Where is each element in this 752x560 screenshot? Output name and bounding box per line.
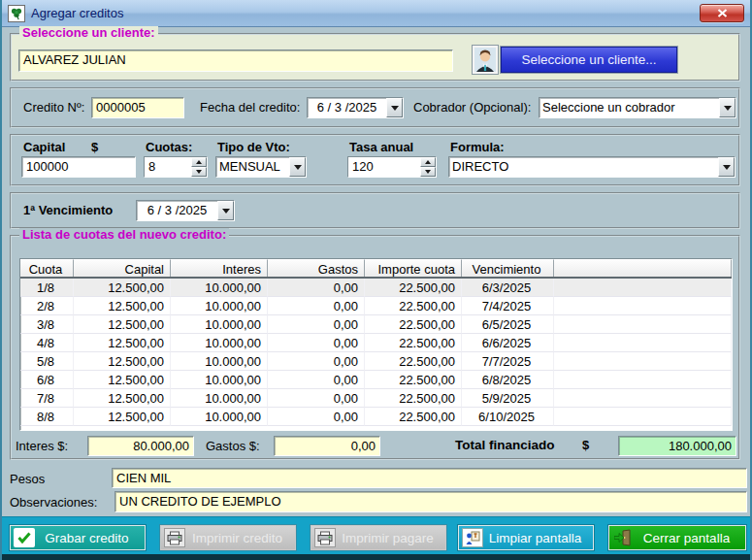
capital-currency-symbol: $ [91, 140, 98, 154]
cell-gastos: 0,00 [268, 315, 365, 334]
clear-screen-label: Limpiar pantalla [483, 531, 593, 545]
tasa-spin-down-button[interactable] [420, 167, 436, 177]
door-exit-icon [612, 528, 634, 547]
cuotas-table: Cuota Capital Interes Gastos Importe cuo… [19, 258, 733, 431]
cell-interes: 10.000,00 [171, 352, 268, 371]
save-credit-label: Grabar credito [35, 531, 145, 545]
cell-cuota: 4/8 [20, 334, 74, 352]
cell-capital: 12.500,00 [74, 408, 171, 426]
fecha-dropdown-button[interactable] [386, 98, 403, 117]
save-credit-button[interactable]: Grabar credito [10, 525, 146, 550]
select-client-button[interactable]: Seleccione un cliente... [501, 47, 677, 73]
spinner-down-icon [196, 170, 202, 174]
close-screen-button[interactable]: Cerrar pantalla [608, 525, 746, 550]
person-avatar-icon [473, 46, 498, 74]
cell-vencimiento: 5/9/2025 [462, 389, 554, 408]
fecha-credito-label: Fecha del credito: [200, 100, 300, 115]
tasa-spin-up-button[interactable] [420, 157, 436, 167]
cell-vencimiento: 6/8/2025 [462, 371, 554, 389]
cuotas-spinner[interactable]: 8 [144, 156, 208, 178]
client-name-field[interactable]: ALVAREZ JULIAN [18, 49, 453, 72]
table-row[interactable]: 8/8 12.500,00 10.000,00 0,00 22.500,00 6… [20, 408, 732, 426]
observaciones-label: Observaciones: [10, 495, 97, 510]
close-screen-label: Cerrar pantalla [634, 531, 745, 545]
primer-vencimiento-combobox[interactable]: 6 / 3 /2025 [136, 200, 235, 221]
cell-importe: 22.500,00 [365, 334, 462, 352]
footer-toolbar: Grabar credito Imprimir credito [2, 516, 750, 554]
clear-screen-button[interactable]: Limpiar pantalla [458, 525, 594, 550]
credit-groupbox: Credito Nº: 0000005 Fecha del credito: 6… [10, 87, 740, 128]
spinner-up-icon [196, 160, 202, 164]
vencimiento-dropdown-button[interactable] [217, 201, 234, 220]
cuotas-groupbox: Lista de cuotas del nuevo credito: Cuota… [10, 235, 740, 460]
header-cell-capital[interactable]: Capital [74, 259, 171, 277]
cobrador-combobox[interactable]: Seleccione un cobrador [539, 97, 736, 118]
cell-capital: 12.500,00 [74, 297, 171, 315]
formula-value: DIRECTO [449, 157, 718, 177]
header-cell-cuota[interactable]: Cuota [20, 259, 74, 277]
cuotas-value: 8 [145, 157, 191, 177]
close-button[interactable] [700, 4, 744, 22]
select-client-button-label: Seleccione un cliente... [522, 52, 657, 67]
gastos-total-field[interactable]: 0,00 [274, 436, 380, 456]
printer-icon [164, 528, 185, 547]
cell-cuota: 1/8 [20, 279, 74, 297]
window-bottom-frame [2, 554, 750, 560]
pesos-field[interactable]: CIEN MIL [112, 468, 747, 488]
header-cell-gastos[interactable]: Gastos [268, 259, 365, 277]
header-cell-importe[interactable]: Importe cuota [365, 259, 462, 277]
formula-combobox[interactable]: DIRECTO [448, 156, 736, 178]
tasa-anual-value: 120 [348, 157, 420, 177]
capital-field[interactable]: 100000 [21, 156, 136, 178]
cobrador-dropdown-button[interactable] [719, 98, 736, 117]
terms-groupbox: Capital $ 100000 Cuotas: 8 Tipo de Vto: … [10, 134, 740, 186]
formula-dropdown-button[interactable] [718, 157, 735, 177]
table-row[interactable]: 6/8 12.500,00 10.000,00 0,00 22.500,00 6… [20, 371, 732, 389]
cell-interes: 10.000,00 [171, 371, 268, 389]
table-row[interactable]: 4/8 12.500,00 10.000,00 0,00 22.500,00 6… [20, 334, 732, 352]
printer-icon [314, 528, 336, 547]
total-financiado-symbol: $ [582, 438, 589, 452]
observaciones-field[interactable]: UN CREDITO DE EJEMPLO [114, 491, 747, 512]
tipo-vto-label: Tipo de Vto: [217, 140, 290, 154]
cell-importe: 22.500,00 [365, 315, 462, 334]
check-icon [14, 528, 35, 547]
cell-gastos: 0,00 [268, 352, 365, 371]
tasa-anual-spinner[interactable]: 120 [347, 156, 437, 178]
clear-screen-icon [462, 528, 483, 547]
gastos-total-label: Gastos $: [206, 439, 260, 453]
chevron-down-icon [724, 106, 732, 111]
tipo-vto-dropdown-button[interactable] [289, 157, 306, 177]
close-icon [717, 9, 728, 17]
cell-interes: 10.000,00 [171, 334, 268, 352]
credito-numero-field[interactable]: 0000005 [91, 97, 184, 118]
table-row[interactable]: 3/8 12.500,00 10.000,00 0,00 22.500,00 6… [20, 315, 732, 334]
table-row[interactable]: 1/8 12.500,00 10.000,00 0,00 22.500,00 6… [20, 279, 732, 297]
table-row[interactable]: 5/8 12.500,00 10.000,00 0,00 22.500,00 7… [20, 352, 732, 371]
pesos-label: Pesos [10, 472, 45, 486]
spinner-down-icon [425, 170, 431, 174]
client-groupbox: Seleccione un cliente: ALVAREZ JULIAN Se… [10, 33, 740, 82]
cell-cuota: 5/8 [20, 352, 74, 371]
header-cell-vencimiento[interactable]: Vencimiento [462, 259, 554, 277]
cuotas-spin-up-button[interactable] [191, 157, 207, 167]
agregar-creditos-window: Agregar creditos Seleccione un cliente: … [0, 0, 752, 560]
cell-vencimiento: 6/6/2025 [462, 334, 554, 352]
cell-gastos: 0,00 [268, 279, 365, 297]
cell-importe: 22.500,00 [365, 389, 462, 408]
cobrador-label: Cobrador (Opcional): [413, 100, 531, 115]
interes-total-field[interactable]: 80.000,00 [87, 436, 194, 456]
interes-total-label: Interes $: [16, 439, 68, 453]
cell-interes: 10.000,00 [171, 279, 268, 297]
client-group-label: Seleccione un cliente: [19, 26, 158, 40]
cell-importe: 22.500,00 [365, 297, 462, 315]
cell-capital: 12.500,00 [74, 371, 171, 389]
table-row[interactable]: 7/8 12.500,00 10.000,00 0,00 22.500,00 5… [20, 389, 732, 408]
fecha-credito-combobox[interactable]: 6 / 3 /2025 [307, 97, 404, 118]
header-cell-interes[interactable]: Interes [171, 259, 268, 277]
cuotas-spin-down-button[interactable] [191, 167, 207, 177]
tipo-vto-combobox[interactable]: MENSUAL [215, 156, 307, 178]
print-pagare-label: Imprimir pagare [336, 531, 445, 545]
cell-capital: 12.500,00 [74, 389, 171, 408]
table-row[interactable]: 2/8 12.500,00 10.000,00 0,00 22.500,00 7… [20, 297, 732, 315]
